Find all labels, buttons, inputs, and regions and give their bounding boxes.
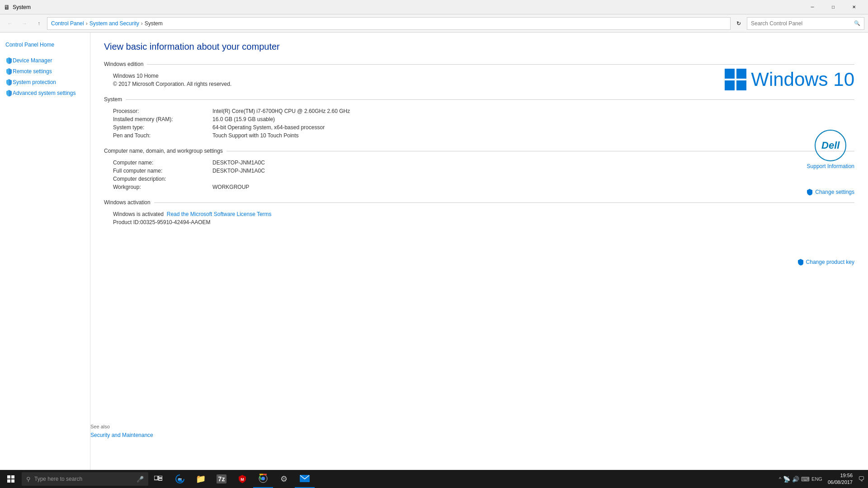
section-divider-computer-name: [226, 151, 854, 151]
section-header-activation: Windows activation: [104, 199, 854, 206]
activation-text: Windows is activated: [113, 211, 164, 217]
section-header-system: System: [104, 96, 854, 103]
sidebar-item-advanced-settings[interactable]: Advanced system settings: [0, 88, 90, 99]
win-logo-q4: [736, 80, 746, 90]
section-title-activation: Windows activation: [104, 199, 151, 206]
taskbar-search-text: Type here to search: [34, 476, 82, 482]
systray-expand-button[interactable]: ^: [779, 476, 781, 482]
dell-logo-text: Dell: [821, 140, 840, 151]
edge-icon: [175, 474, 185, 484]
title-bar-controls: ─ □ ✕: [802, 0, 864, 14]
taskbar-search-box[interactable]: ⚲ Type here to search 🎤: [22, 472, 148, 486]
svg-rect-1: [11, 475, 14, 479]
section-header-computer-name: Computer name, domain, and workgroup set…: [104, 148, 854, 154]
systray-network-icon[interactable]: 📡: [783, 476, 790, 483]
taskbar-app-settings[interactable]: ⚙: [274, 470, 294, 488]
see-also-area: See also Security and Maintenance: [90, 424, 153, 438]
breadcrumb[interactable]: Control Panel › System and Security › Sy…: [47, 17, 731, 30]
change-product-key-area: Change product key: [797, 258, 854, 266]
taskbar-search-icon: ⚲: [26, 476, 31, 483]
workgroup-row: Workgroup: WORKGROUP: [104, 184, 854, 190]
taskbar-apps: 📁 7z M ⚙: [168, 470, 316, 488]
change-settings-link[interactable]: Change settings: [815, 189, 854, 195]
dell-support-link[interactable]: Support Information: [807, 163, 854, 169]
minimize-button[interactable]: ─: [802, 0, 823, 14]
explorer-icon: 📁: [196, 474, 206, 484]
system-type-value: 64-bit Operating System, x64-based proce…: [212, 124, 325, 131]
section-divider-edition: [147, 64, 854, 65]
sidebar-item-system-protection[interactable]: System protection: [0, 77, 90, 88]
ram-row: Installed memory (RAM): 16.0 GB (15.9 GB…: [104, 116, 854, 122]
task-view-button[interactable]: [148, 470, 168, 488]
svg-rect-2: [7, 479, 10, 483]
sidebar-label-remote-settings: Remote settings: [13, 68, 52, 75]
sidebar-item-remote-settings[interactable]: Remote settings: [0, 66, 90, 77]
up-button[interactable]: ↑: [33, 17, 45, 30]
license-link[interactable]: Read the Microsoft Software License Term…: [167, 211, 272, 217]
pen-touch-row: Pen and Touch: Touch Support with 10 Tou…: [104, 132, 854, 139]
page-title: View basic information about your comput…: [104, 42, 854, 52]
ram-value: 16.0 GB (15.9 GB usable): [212, 116, 275, 122]
product-id-value: 00325-95910-42494-AAOEM: [140, 219, 210, 225]
sidebar-item-device-manager[interactable]: Device Manager: [0, 55, 90, 66]
change-settings-area: Change settings: [806, 188, 854, 196]
chrome-icon: [258, 474, 268, 483]
workgroup-value: WORKGROUP: [212, 184, 249, 190]
maximize-button[interactable]: □: [823, 0, 844, 14]
sidebar-label-advanced-settings: Advanced system settings: [13, 90, 75, 96]
taskbar-app-mail[interactable]: [295, 470, 315, 488]
main-container: Control Panel Home Device Manager Remote…: [0, 33, 868, 470]
systray-keyboard-icon[interactable]: ⌨: [801, 476, 810, 483]
start-button[interactable]: [0, 470, 22, 488]
sidebar-label-device-manager: Device Manager: [13, 57, 52, 64]
taskbar-clock[interactable]: 19:56 06/08/2017: [824, 472, 856, 486]
section-title-system: System: [104, 96, 122, 103]
taskbar-app-mcafee[interactable]: M: [232, 470, 252, 488]
change-product-key-link[interactable]: Change product key: [806, 259, 854, 265]
section-divider-system: [126, 99, 854, 100]
taskbar-right: ^ 📡 🔊 ⌨ ENG 19:56 06/08/2017 🗨: [779, 472, 868, 486]
see-also-title: See also: [90, 424, 153, 429]
full-name-label: Full computer name:: [113, 168, 212, 174]
taskbar-app-chrome[interactable]: [253, 470, 273, 488]
system-type-label: System type:: [113, 124, 212, 131]
computer-name-label: Computer name:: [113, 160, 212, 166]
svg-point-9: [261, 477, 265, 480]
taskbar-mic-icon: 🎤: [137, 476, 144, 483]
taskbar: ⚲ Type here to search 🎤 📁 7z: [0, 470, 868, 488]
systray-volume-icon[interactable]: 🔊: [792, 476, 799, 483]
security-maintenance-link[interactable]: Security and Maintenance: [90, 432, 153, 438]
processor-row: Processor: Intel(R) Core(TM) i7-6700HQ C…: [104, 108, 854, 114]
taskbar-date: 06/08/2017: [828, 479, 853, 486]
breadcrumb-system: System: [145, 20, 163, 27]
taskbar-app-edge[interactable]: [170, 470, 190, 488]
systray-lang[interactable]: ENG: [811, 476, 822, 482]
section-activation: Windows activation Windows is activated …: [104, 199, 854, 225]
win-logo-q3: [725, 80, 735, 90]
sidebar-home[interactable]: Control Panel Home: [0, 38, 90, 52]
taskbar-app-explorer[interactable]: 📁: [191, 470, 211, 488]
win-logo-q1: [725, 69, 735, 79]
system-type-row: System type: 64-bit Operating System, x6…: [104, 124, 854, 131]
win10-text: Windows 10: [751, 69, 854, 90]
full-name-value: DESKTOP-JNM1A0C: [212, 168, 265, 174]
notification-icon[interactable]: 🗨: [858, 475, 864, 483]
win-logo-grid: [725, 69, 746, 90]
computer-name-value: DESKTOP-JNM1A0C: [212, 160, 265, 166]
pen-touch-value: Touch Support with 10 Touch Points: [212, 132, 299, 139]
breadcrumb-system-security[interactable]: System and Security: [90, 20, 139, 27]
taskbar-app-7zip[interactable]: 7z: [212, 470, 231, 488]
close-button[interactable]: ✕: [844, 0, 864, 14]
breadcrumb-control-panel[interactable]: Control Panel: [51, 20, 84, 27]
refresh-button[interactable]: ↻: [732, 17, 745, 30]
search-box[interactable]: 🔍: [747, 17, 864, 30]
workgroup-label: Workgroup:: [113, 184, 212, 190]
win10-logo-area: Windows 10: [725, 69, 854, 90]
shield-icon-change-settings: [806, 188, 813, 196]
search-input[interactable]: [751, 20, 854, 27]
forward-button[interactable]: →: [18, 17, 31, 30]
shield-icon-device-manager: [5, 57, 13, 64]
back-button[interactable]: ←: [4, 17, 16, 30]
full-name-row: Full computer name: DESKTOP-JNM1A0C: [104, 168, 854, 174]
dell-circle: Dell: [815, 130, 846, 161]
